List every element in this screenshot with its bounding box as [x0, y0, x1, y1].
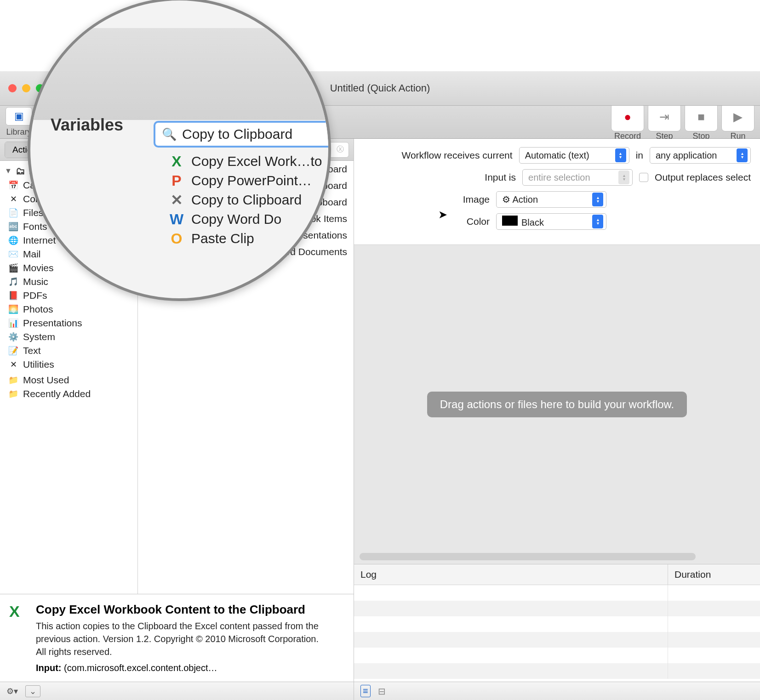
magnifier-search[interactable]: 🔍 Copy to Clipboard — [154, 121, 331, 148]
library-icon: 🗂 — [16, 165, 25, 176]
fonts-icon: 🔤 — [8, 222, 18, 232]
input-is-label: Input is — [485, 172, 516, 183]
contacts-icon: ✕ — [8, 194, 18, 204]
close-button[interactable] — [8, 84, 17, 92]
color-select[interactable]: Black▴▾ — [496, 213, 606, 230]
chevron-down-icon[interactable]: ⌄ — [25, 685, 40, 697]
category-presentations[interactable]: 📊Presentations — [0, 316, 137, 330]
workflow-pane: Workflow receives current Automatic (tex… — [354, 139, 760, 700]
category-photos[interactable]: 🌅Photos — [0, 302, 137, 316]
excel-icon: X — [9, 603, 29, 622]
presentations-icon: 📊 — [8, 318, 18, 328]
disclosure-icon[interactable]: ▼ — [5, 167, 12, 175]
output-replaces-label: Output replaces select — [655, 172, 751, 183]
result-word[interactable]: WCopy Word Do — [168, 211, 322, 228]
workflow-status: ≡ ⊟ — [354, 682, 760, 700]
movies-icon: 🎬 — [8, 263, 18, 273]
action-description: X Copy Excel Workbook Content to the Cli… — [0, 594, 354, 682]
excel-icon: X — [168, 153, 185, 170]
internet-icon: 🌐 — [8, 235, 18, 245]
powerpoint-icon: P — [168, 172, 185, 189]
workflow-canvas[interactable]: Drag actions or files here to build your… — [354, 245, 760, 564]
receives-select[interactable]: Automatic (text)▴▾ — [519, 147, 629, 164]
step-button[interactable]: ⇥ — [648, 103, 681, 131]
input-is-select: entire selection▴▾ — [522, 169, 633, 186]
result-powerpoint[interactable]: PCopy PowerPoint… — [168, 172, 322, 189]
log-view-icon[interactable]: ⊟ — [378, 686, 386, 697]
drop-hint: Drag actions or files here to build your… — [427, 392, 687, 417]
utilities-icon: ✕ — [168, 192, 185, 208]
gear-icon[interactable]: ⚙︎▾ — [6, 686, 18, 696]
category-utilities[interactable]: ✕Utilities — [0, 358, 137, 371]
run-icon: ▶ — [733, 111, 743, 123]
in-app-select[interactable]: any application▴▾ — [650, 147, 751, 164]
run-button[interactable]: ▶ — [721, 103, 754, 131]
favorite-most-used[interactable]: 📁Most Used — [0, 373, 137, 387]
sidebar-status: ⚙︎▾ ⌄ — [0, 682, 354, 700]
step-icon: ⇥ — [659, 111, 669, 123]
folder-icon: 📁 — [8, 389, 18, 399]
mouse-cursor: ➤ — [438, 208, 447, 221]
in-label: in — [636, 150, 643, 161]
category-text[interactable]: 📝Text — [0, 344, 137, 358]
finder-icon: 📄 — [8, 208, 18, 218]
music-icon: 🎵 — [8, 277, 18, 287]
photos-icon: 🌅 — [8, 304, 18, 314]
search-icon: 🔍 — [162, 127, 177, 142]
utilities-icon: ✕ — [8, 359, 18, 370]
library-toggle-button[interactable]: ▣ — [6, 107, 32, 125]
clear-search-icon[interactable]: ⓧ — [337, 145, 344, 154]
image-label: Image — [463, 194, 490, 205]
color-swatch — [502, 216, 518, 226]
mail-icon: ✉️ — [8, 249, 18, 259]
output-replaces-checkbox[interactable] — [639, 173, 648, 182]
record-icon: ● — [624, 111, 631, 123]
pdfs-icon: 📕 — [8, 290, 18, 301]
log-rows — [354, 585, 760, 682]
stop-icon: ■ — [697, 111, 705, 123]
log-pane: Log Duration — [354, 564, 760, 682]
result-excel[interactable]: XCopy Excel Work…to — [168, 153, 322, 170]
folder-icon: 📁 — [8, 375, 18, 385]
horizontal-scrollbar[interactable] — [360, 553, 696, 560]
favorite-recently-added[interactable]: 📁Recently Added — [0, 387, 137, 401]
log-header-duration[interactable]: Duration — [668, 564, 760, 585]
quick-action-config: Workflow receives current Automatic (tex… — [354, 139, 760, 245]
description-body: This action copies to the Clipboard the … — [36, 620, 326, 658]
library-label: Library — [6, 127, 31, 137]
category-pdfs[interactable]: 📕PDFs — [0, 289, 137, 302]
system-icon: ⚙️ — [8, 332, 18, 342]
category-system[interactable]: ⚙️System — [0, 330, 137, 344]
word-icon: W — [168, 211, 185, 228]
minimize-button[interactable] — [22, 84, 30, 92]
window-title: Untitled (Quick Action) — [330, 82, 430, 94]
magnifier-results: XCopy Excel Work…to PCopy PowerPoint… ✕C… — [168, 153, 322, 247]
color-label: Color — [467, 216, 490, 227]
calendar-icon: 📅 — [8, 180, 18, 190]
log-header-log[interactable]: Log — [354, 564, 668, 585]
image-select[interactable]: ⚙ Action▴▾ — [496, 191, 606, 208]
magnifier-tab-variables[interactable]: Variables — [51, 115, 123, 135]
magnifier-search-text: Copy to Clipboard — [182, 126, 331, 142]
stop-button[interactable]: ■ — [685, 103, 718, 131]
magnifier-overlay: Variables 🔍 Copy to Clipboard ✕ XCopy Ex… — [28, 0, 331, 301]
record-button[interactable]: ● — [611, 103, 644, 131]
result-clipboard[interactable]: ✕Copy to Clipboard — [168, 192, 322, 208]
description-input: Input: (com.microsoft.excel.content.obje… — [36, 663, 326, 673]
description-title: Copy Excel Workbook Content to the Clipb… — [36, 603, 326, 617]
receives-label: Workflow receives current — [401, 150, 512, 161]
text-icon: 📝 — [8, 346, 18, 356]
list-view-icon[interactable]: ≡ — [360, 685, 371, 697]
window-controls — [0, 84, 44, 92]
outlook-icon: O — [168, 230, 185, 247]
